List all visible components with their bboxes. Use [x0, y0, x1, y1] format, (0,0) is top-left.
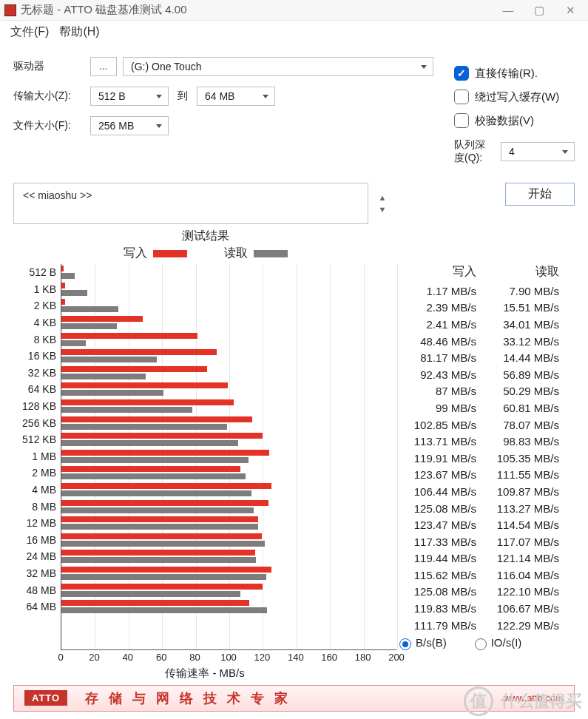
table-row: 99 MB/s60.81 MB/s [399, 399, 565, 416]
transfer-from-select[interactable]: 512 B [90, 87, 169, 106]
x-tick: 140 [288, 652, 304, 663]
atto-logo: ATTO [24, 690, 67, 706]
table-row: 81.17 MB/s14.44 MB/s [399, 349, 565, 366]
bar-write [61, 500, 268, 506]
y-label: 1 KB [13, 281, 56, 298]
transfer-size-label: 传输大小(Z): [13, 90, 84, 103]
menu-file[interactable]: 文件(F) [10, 24, 49, 40]
y-label: 16 MB [13, 532, 56, 549]
max-button[interactable]: ▢ [530, 4, 548, 16]
y-label: 256 KB [13, 414, 56, 431]
drive-label: 驱动器 [13, 60, 84, 73]
watermark-icon: 值 [464, 686, 493, 716]
x-tick: 100 [220, 652, 237, 663]
y-label: 128 KB [13, 398, 56, 415]
bar-read [61, 390, 163, 396]
drive-select[interactable]: (G:) One Touch [123, 57, 433, 76]
y-label: 48 MB [13, 581, 56, 598]
radio-bs[interactable]: B/s(B) [399, 636, 447, 649]
table-row: 106.44 MB/s109.87 MB/s [399, 483, 565, 500]
table-row: 123.67 MB/s111.55 MB/s [399, 467, 565, 484]
results-title: 测试结果 [13, 229, 398, 244]
bar-read [61, 424, 227, 430]
x-tick: 200 [388, 652, 405, 663]
table-row: 113.71 MB/s98.83 MB/s [399, 433, 565, 450]
bar-read [61, 607, 267, 613]
x-tick: 40 [123, 652, 133, 663]
bar-write [61, 567, 271, 573]
bar-read [61, 340, 86, 346]
file-size-select[interactable]: 256 MB [90, 116, 169, 135]
bar-read [61, 473, 246, 479]
desc-spin-up-icon[interactable]: ▲ [377, 192, 388, 203]
transfer-to-select[interactable]: 64 MB [197, 87, 275, 106]
x-tick: 0 [58, 652, 63, 663]
y-label: 32 MB [13, 565, 56, 582]
x-tick: 60 [156, 652, 166, 663]
bar-write [61, 433, 263, 439]
table-row: 1.17 MB/s7.90 MB/s [399, 283, 565, 300]
bar-write [61, 333, 197, 339]
bar-read [61, 557, 256, 563]
y-label: 2 MB [13, 465, 56, 482]
start-button[interactable]: 开始 [505, 183, 575, 206]
titlebar: 无标题 - ATTO 磁盘基准测试 4.00 — ▢ ✕ [0, 0, 588, 21]
bypass-cache-checkbox[interactable] [454, 90, 469, 104]
bar-write [61, 316, 143, 322]
desc-spin-down-icon[interactable]: ▼ [377, 204, 388, 215]
x-tick: 120 [254, 652, 271, 663]
bar-read [61, 323, 117, 329]
table-row: 123.47 MB/s114.54 MB/s [399, 516, 565, 533]
browse-button[interactable]: ... [90, 57, 117, 76]
bar-read [61, 407, 192, 413]
results-table: 写入 读取 1.17 MB/s7.90 MB/s2.39 MB/s15.51 M… [396, 264, 565, 650]
bar-read [61, 490, 251, 496]
queue-depth-select[interactable]: 4 [501, 142, 575, 161]
table-row: 2.39 MB/s15.51 MB/s [399, 300, 565, 317]
direct-io-checkbox[interactable] [454, 66, 469, 81]
y-label: 4 KB [13, 314, 56, 331]
table-row: 87 MB/s50.29 MB/s [399, 383, 565, 400]
close-button[interactable]: ✕ [561, 4, 579, 16]
bar-read [61, 357, 157, 362]
bar-read [61, 440, 238, 446]
description-input[interactable]: << miaoshu >> [13, 183, 368, 224]
menu-help[interactable]: 帮助(H) [59, 24, 99, 40]
bar-write [61, 266, 64, 271]
bar-write [61, 366, 207, 372]
bar-write [61, 450, 269, 456]
y-label: 4 MB [13, 482, 56, 499]
bar-read [61, 306, 118, 312]
table-row: 119.83 MB/s106.67 MB/s [399, 600, 565, 617]
to-word: 到 [178, 90, 188, 103]
queue-depth-label: 队列深度(Q): [454, 138, 495, 165]
results-area: 测试结果 写入 读取 512 B1 KB2 KB4 KB8 KB16 KB32 … [0, 224, 588, 681]
bar-write [61, 516, 258, 522]
min-button[interactable]: — [499, 4, 517, 16]
bar-read [61, 574, 266, 580]
bar-write [61, 533, 262, 539]
y-label: 8 MB [13, 498, 56, 515]
bar-write [61, 550, 255, 556]
bar-write [61, 416, 252, 422]
window-title: 无标题 - ATTO 磁盘基准测试 4.00 [21, 3, 186, 17]
verify-data-label: 校验数据(V) [475, 114, 534, 128]
x-tick: 180 [355, 652, 371, 663]
table-row: 115.62 MB/s116.04 MB/s [399, 567, 565, 584]
bar-read [61, 507, 254, 513]
y-label: 12 MB [13, 515, 56, 532]
bar-write [61, 466, 240, 472]
bar-write [61, 399, 234, 405]
verify-data-checkbox[interactable] [454, 113, 469, 128]
x-axis-title: 传输速率 - MB/s [13, 666, 396, 681]
legend: 写入 读取 [13, 246, 398, 261]
table-row: 117.33 MB/s117.07 MB/s [399, 533, 565, 550]
y-label: 64 KB [13, 381, 56, 398]
x-tick: 20 [89, 652, 99, 663]
bar-read [61, 374, 146, 379]
table-row: 102.85 MB/s78.07 MB/s [399, 416, 565, 433]
table-row: 125.08 MB/s113.27 MB/s [399, 500, 565, 517]
y-label: 2 KB [13, 297, 56, 314]
radio-io[interactable]: IO/s(I) [475, 636, 522, 649]
app-icon [4, 4, 16, 16]
